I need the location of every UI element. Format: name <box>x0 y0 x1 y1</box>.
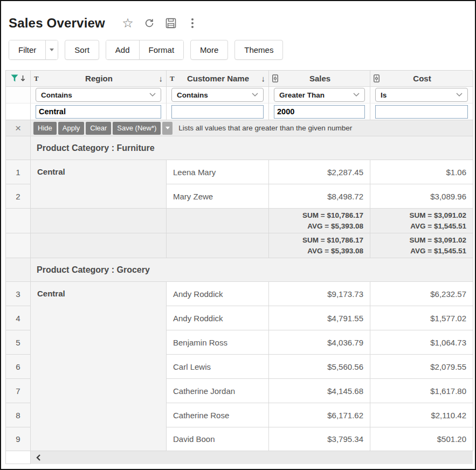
group-header-label[interactable]: Product Category : Furniture <box>31 136 473 160</box>
condition-cell-sales: Greater Than <box>269 87 370 103</box>
sort-button[interactable]: Sort <box>65 40 99 60</box>
column-header-cost[interactable]: Cost <box>370 71 473 87</box>
region-cell[interactable]: Central <box>31 282 167 451</box>
customer-cell[interactable]: David Boon <box>167 427 269 451</box>
text-type-icon: T <box>34 74 44 83</box>
filter-split-button: Filter <box>9 40 58 60</box>
chevron-down-icon <box>252 93 258 97</box>
column-header-region[interactable]: T Region ↓ <box>31 71 167 87</box>
customer-cell[interactable]: Catherine Jordan <box>167 379 269 403</box>
cost-filter-input[interactable] <box>375 105 468 119</box>
sort-descending-icon[interactable]: ↓ <box>154 74 163 83</box>
filter-dropdown-button[interactable] <box>45 40 58 59</box>
cost-cell[interactable]: $1,064.73 <box>370 330 473 355</box>
cost-cell[interactable]: $1.06 <box>370 160 473 184</box>
region-cell[interactable]: Central <box>31 160 167 209</box>
filter-condition-row: Contains Contains Greater Than Is <box>6 87 473 103</box>
row-number[interactable]: 5 <box>6 330 31 355</box>
sales-cell[interactable]: $4,036.79 <box>269 330 370 355</box>
currency-type-icon <box>374 74 383 82</box>
sales-cell[interactable]: $5,560.56 <box>269 355 370 379</box>
column-header-customer-name[interactable]: T Customer Name ↓ <box>167 71 269 87</box>
toolbar: Filter Sort Add Format More Themes <box>9 39 472 60</box>
group-total-cost-cell: SUM = $3,091.02 AVG = $1,545.51 <box>370 233 473 258</box>
row-number[interactable]: 4 <box>6 306 31 330</box>
customer-cell[interactable]: Leena Mary <box>167 160 269 184</box>
customer-condition-select[interactable]: Contains <box>171 88 264 102</box>
row-number[interactable]: 3 <box>6 282 31 306</box>
save-new-button[interactable]: Save (New*) <box>113 122 161 135</box>
row-number[interactable]: 1 <box>6 160 31 184</box>
input-cell-customer <box>167 103 269 120</box>
apply-button[interactable]: Apply <box>58 122 85 135</box>
customer-cell[interactable]: Benjamin Ross <box>167 330 269 355</box>
customer-cell[interactable]: Andy Roddick <box>167 282 269 306</box>
chevron-down-icon <box>149 93 156 97</box>
title-actions: ☆ <box>121 17 199 30</box>
customer-filter-input[interactable] <box>171 105 264 119</box>
sales-condition-select[interactable]: Greater Than <box>274 88 365 102</box>
row-number[interactable]: 8 <box>6 403 31 427</box>
cost-cell[interactable]: $501.20 <box>370 427 473 451</box>
row-number[interactable]: 6 <box>6 355 31 379</box>
column-header-sales[interactable]: Sales <box>269 71 370 87</box>
chevron-down-icon <box>456 93 463 97</box>
cost-cell[interactable]: $1,617.80 <box>370 379 473 403</box>
customer-cell[interactable]: Mary Zewe <box>167 184 269 209</box>
filter-funnel-header-cell[interactable] <box>6 71 31 87</box>
more-button[interactable]: More <box>190 40 228 60</box>
sales-cell[interactable]: $2,287.45 <box>269 160 370 184</box>
row-number[interactable]: 9 <box>6 427 31 451</box>
sales-filter-input[interactable] <box>274 105 365 119</box>
horizontal-scrollbar-row <box>6 451 473 464</box>
sales-cell[interactable]: $6,171.62 <box>269 403 370 427</box>
condition-cell-region: Contains <box>31 87 167 103</box>
avg-value: AVG = $1,545.51 <box>410 221 466 232</box>
cost-cell[interactable]: $1,577.02 <box>370 306 473 330</box>
horizontal-scrollbar[interactable] <box>31 451 473 464</box>
close-icon[interactable]: × <box>15 123 21 133</box>
group-total-region-cell <box>31 233 167 258</box>
cost-cell[interactable]: $2,110.42 <box>370 403 473 427</box>
cost-cell[interactable]: $3,089.96 <box>370 184 473 209</box>
refresh-icon[interactable] <box>143 17 156 30</box>
chevron-down-icon <box>50 49 54 51</box>
group-header-label[interactable]: Product Category : Grocery <box>31 258 473 282</box>
sales-cell[interactable]: $9,173.73 <box>269 282 370 306</box>
filter-action-bar: × Hide Apply Clear Save (New*) Lists all… <box>6 120 473 136</box>
avg-value: AVG = $1,545.51 <box>410 246 466 257</box>
row-number[interactable]: 7 <box>6 379 31 403</box>
sales-cell[interactable]: $4,791.55 <box>269 306 370 330</box>
customer-cell[interactable]: Carl Lewis <box>167 355 269 379</box>
clear-button[interactable]: Clear <box>86 122 111 135</box>
title-bar: Sales Overview ☆ <box>4 4 472 34</box>
gutter-cell <box>6 233 31 258</box>
cost-cell[interactable]: $6,232.57 <box>370 282 473 306</box>
sales-cell[interactable]: $4,145.68 <box>269 379 370 403</box>
format-button[interactable]: Format <box>139 40 184 59</box>
scroll-left-icon[interactable] <box>36 454 41 461</box>
filter-button[interactable]: Filter <box>9 40 45 59</box>
add-button[interactable]: Add <box>106 40 139 59</box>
group-body-grocery: 3 4 5 6 7 8 9 Central Andy Roddick $9,17… <box>6 282 473 451</box>
favorite-star-icon[interactable]: ☆ <box>121 17 134 30</box>
region-filter-input[interactable] <box>36 105 161 119</box>
region-condition-select[interactable]: Contains <box>36 88 161 102</box>
customer-cell[interactable]: Andy Roddick <box>167 306 269 330</box>
sales-cell[interactable]: $8,498.72 <box>269 184 370 209</box>
subtotal-customer-cell <box>167 209 269 233</box>
themes-button[interactable]: Themes <box>234 40 283 60</box>
customer-cell[interactable]: Catherine Rose <box>167 403 269 427</box>
row-number[interactable]: 2 <box>6 184 31 209</box>
chevron-down-icon <box>353 93 360 97</box>
column-label: Cost <box>383 74 461 83</box>
cost-condition-select[interactable]: Is <box>375 88 468 102</box>
save-icon[interactable] <box>164 17 177 30</box>
hide-button[interactable]: Hide <box>33 122 57 135</box>
save-dropdown-button[interactable] <box>162 122 173 135</box>
cost-cell[interactable]: $2,079.55 <box>370 355 473 379</box>
sort-descending-icon[interactable]: ↓ <box>257 74 265 83</box>
sales-cell[interactable]: $3,795.34 <box>269 427 370 451</box>
more-options-kebab-icon[interactable] <box>186 17 199 30</box>
gutter-cell <box>6 103 31 120</box>
